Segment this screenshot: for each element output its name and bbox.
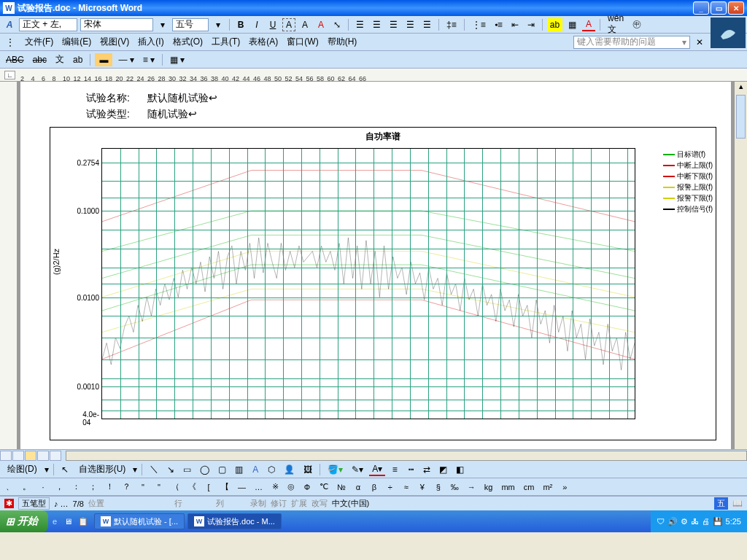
3d-button[interactable]: ◧: [453, 463, 467, 476]
menu-视图(V)[interactable]: 视图(V): [96, 35, 133, 48]
taskbar-item[interactable]: W试验报告.doc - M...: [187, 513, 282, 529]
sym[interactable]: §: [432, 481, 445, 494]
char-scale-button[interactable]: ⤡: [330, 18, 344, 31]
menu-窗口(W)[interactable]: 窗口(W): [282, 35, 322, 48]
sym[interactable]: 、: [3, 481, 17, 494]
rect-button[interactable]: ▭: [180, 463, 194, 476]
enclose-button[interactable]: ㊥: [630, 18, 644, 31]
taskbar-item[interactable]: W默认随机试验 - [...: [94, 513, 185, 529]
sub-button[interactable]: ab: [70, 53, 85, 66]
sym[interactable]: ": [152, 481, 166, 494]
arrow-button[interactable]: ↘: [164, 463, 177, 476]
sym[interactable]: （: [169, 481, 182, 494]
fillcolor-button[interactable]: 🪣▾: [325, 463, 346, 476]
close-doc-button[interactable]: ✕: [693, 36, 706, 49]
menu-文件(F)[interactable]: 文件(F): [20, 35, 58, 48]
horizontal-ruler[interactable]: ∟ 24681012141618202224262830323436384042…: [0, 69, 747, 82]
sym[interactable]: mm: [498, 481, 517, 494]
quicklaunch-ie-icon[interactable]: e: [48, 515, 61, 528]
menu-grip[interactable]: ⋮: [3, 36, 18, 49]
fontsize-selector[interactable]: 五号: [172, 18, 209, 31]
menu-帮助(H)[interactable]: 帮助(H): [323, 35, 362, 48]
tray-icon[interactable]: 🛡: [657, 517, 665, 526]
tray-icon[interactable]: 💾: [713, 517, 723, 526]
sym[interactable]: Ф: [301, 481, 314, 494]
numbering-button[interactable]: ⋮≡: [469, 18, 489, 31]
outline-view-button[interactable]: [37, 451, 49, 461]
sym[interactable]: …: [252, 481, 266, 494]
language-indicator[interactable]: 中文(中国): [332, 498, 369, 509]
sym[interactable]: m²: [540, 481, 555, 494]
line-style-button[interactable]: — ▾: [115, 53, 136, 66]
diagram-button[interactable]: ⬡: [265, 463, 278, 476]
minimize-button[interactable]: _: [693, 1, 709, 15]
sym[interactable]: ‰: [448, 481, 462, 494]
font-a-button[interactable]: A: [298, 18, 311, 31]
border-button[interactable]: ▦: [565, 18, 579, 31]
tab-selector[interactable]: ∟: [4, 71, 15, 79]
sym[interactable]: [: [202, 481, 215, 494]
select-arrow-button[interactable]: ↖: [58, 463, 71, 476]
sym[interactable]: β: [368, 481, 381, 494]
sym[interactable]: ※: [268, 481, 282, 494]
tray-icon[interactable]: 🖧: [691, 517, 699, 526]
align-left-button[interactable]: ☰: [353, 18, 367, 31]
arrowstyle-button[interactable]: ⇄: [420, 463, 433, 476]
distribute-button[interactable]: ☰: [420, 18, 434, 31]
sym[interactable]: 。: [20, 481, 34, 494]
outdent-button[interactable]: ⇤: [508, 18, 522, 31]
doublestriké-button[interactable]: abc: [30, 53, 50, 66]
grid-button[interactable]: ▦ ▾: [167, 53, 187, 66]
web-view-button[interactable]: [12, 451, 24, 461]
textbox-button[interactable]: ▢: [215, 463, 229, 476]
phonetic-button[interactable]: wén文: [605, 18, 627, 31]
sym[interactable]: ：: [69, 481, 83, 494]
sym[interactable]: ≈: [400, 481, 413, 494]
menu-编辑(E)[interactable]: 编辑(E): [58, 35, 96, 48]
vertical-ruler[interactable]: [0, 82, 18, 449]
sym[interactable]: cm: [521, 481, 538, 494]
sym[interactable]: ◎: [285, 481, 298, 494]
close-button[interactable]: ✕: [728, 1, 744, 15]
autoshapes-menu[interactable]: 自选图形(U): [74, 462, 131, 477]
tray-icon[interactable]: 🔊: [667, 517, 678, 526]
vertical-scrollbar[interactable]: ▴: [734, 82, 747, 449]
ime-extra[interactable]: ♪ …: [54, 499, 69, 508]
help-searchbox[interactable]: 键入需要帮助的问题 ▾: [573, 36, 690, 49]
dropdown-icon[interactable]: ▾: [156, 18, 169, 31]
reading-view-button[interactable]: [50, 451, 61, 461]
sym[interactable]: ，: [53, 481, 66, 494]
sym[interactable]: kg: [481, 481, 496, 494]
style-selector[interactable]: 正文 + 左,: [19, 18, 77, 31]
indent-button[interactable]: ⇥: [525, 18, 538, 31]
sym[interactable]: ℃: [317, 481, 331, 494]
sym-more[interactable]: »: [558, 481, 571, 494]
fontcolor2-button[interactable]: A▾: [369, 463, 385, 476]
start-button[interactable]: ⊞ 开始: [0, 510, 48, 532]
tray-icon[interactable]: ⚙: [681, 517, 688, 526]
sym[interactable]: ？: [120, 481, 133, 494]
print-view-button[interactable]: [25, 451, 36, 461]
vtextbox-button[interactable]: ▥: [232, 463, 246, 476]
horizontal-scrollbar[interactable]: [66, 451, 747, 461]
menu-表格(A)[interactable]: 表格(A): [244, 35, 282, 48]
scrollbar-thumb[interactable]: [736, 95, 746, 139]
linecolor-button[interactable]: ✎▾: [349, 463, 366, 476]
align-right-button[interactable]: ☰: [387, 18, 400, 31]
sym[interactable]: ！: [103, 481, 117, 494]
cjk-button[interactable]: 文: [53, 53, 67, 66]
font-red-button[interactable]: A: [314, 18, 328, 31]
document-page[interactable]: 试验名称: 默认随机试验↩ 试验类型: 随机试验↩ 自功率谱 (g)2/Hz 0…: [20, 82, 731, 449]
bold-button[interactable]: B: [234, 18, 247, 31]
italic-button[interactable]: I: [250, 18, 263, 31]
fontcolor-button[interactable]: A: [582, 18, 595, 31]
sym[interactable]: α: [352, 481, 365, 494]
oval-button[interactable]: ◯: [197, 463, 212, 476]
align-center-button[interactable]: ☰: [370, 18, 384, 31]
quicklaunch-app-icon[interactable]: 📋: [75, 515, 91, 528]
ime-indicator[interactable]: ✱: [4, 499, 14, 508]
sym[interactable]: 【: [218, 481, 232, 494]
line-button[interactable]: ＼: [147, 463, 161, 476]
align-justify-button[interactable]: ☰: [403, 18, 417, 31]
strikethrough-button[interactable]: ABC: [3, 53, 27, 66]
